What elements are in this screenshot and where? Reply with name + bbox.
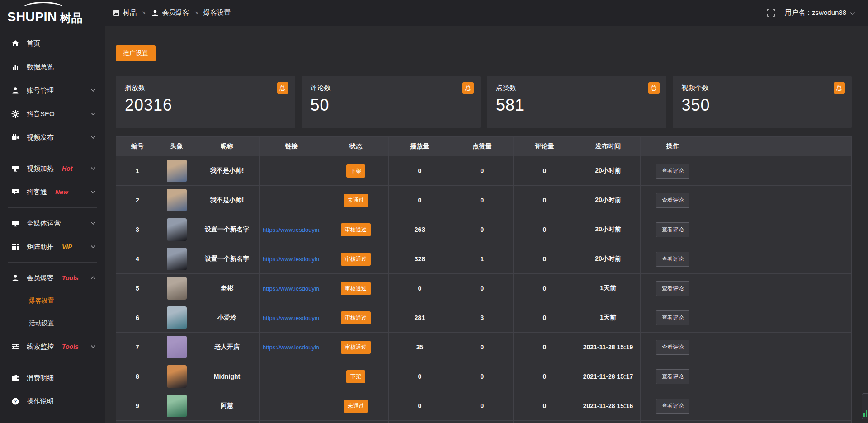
cell-publish-time: 2021-11-28 15:16 <box>576 391 641 420</box>
cell-likes: 0 <box>451 215 514 244</box>
cell-plays: 328 <box>389 244 451 273</box>
sidebar-item-label: 全媒体运营 <box>27 219 61 228</box>
chevron-down-icon <box>90 345 96 348</box>
breadcrumb-item-会员爆客[interactable]: 会员爆客 <box>151 9 189 17</box>
logo[interactable]: SHUPIN 树品 <box>0 0 105 26</box>
sidebar-item-会员爆客[interactable]: 会员爆客Tools <box>0 266 105 290</box>
sidebar-item-视频发布[interactable]: 视频发布 <box>0 126 105 149</box>
column-header-评论量: 评论量 <box>514 137 576 156</box>
sidebar-item-抖客通[interactable]: 抖客通New <box>0 180 105 204</box>
sidebar-item-label: 首页 <box>27 39 40 48</box>
sidebar-item-label: 会员爆客 <box>27 274 54 282</box>
stat-card-点赞数: 点赞数581总 <box>487 76 666 128</box>
cell-plays: 0 <box>389 186 451 215</box>
video-link[interactable]: https://www.iesdouyin.c <box>263 344 320 351</box>
cell-likes: 0 <box>451 362 514 391</box>
view-comments-button[interactable]: 查看评论 <box>656 340 689 355</box>
view-comments-button[interactable]: 查看评论 <box>656 222 689 237</box>
total-badge: 总 <box>648 82 660 94</box>
cell-id: 4 <box>116 244 159 273</box>
sidebar-item-全媒体运营[interactable]: 全媒体运营 <box>0 212 105 235</box>
sidebar-divider <box>8 207 97 208</box>
status-badge[interactable]: 审核通过 <box>341 311 371 324</box>
stat-value: 50 <box>311 96 472 115</box>
view-comments-button[interactable]: 查看评论 <box>656 252 689 267</box>
avatar <box>167 365 187 388</box>
sidebar-tag-Tools: Tools <box>62 274 79 282</box>
sidebar-tag-New: New <box>55 188 68 196</box>
table-row: 7老人开店https://www.iesdouyin.c审核通过35002021… <box>116 333 851 362</box>
sidebar-item-视频加热[interactable]: 视频加热Hot <box>0 157 105 180</box>
avatar <box>167 336 187 358</box>
sidebar-subitem-活动设置[interactable]: 活动设置 <box>0 312 105 335</box>
status-badge[interactable]: 审核通过 <box>341 223 371 236</box>
view-comments-button[interactable]: 查看评论 <box>656 399 689 414</box>
status-badge[interactable]: 未通过 <box>344 400 368 413</box>
sidebar-item-label: 数据总览 <box>27 63 54 71</box>
status-badge[interactable]: 审核通过 <box>341 282 371 295</box>
video-link[interactable]: https://www.iesdouyin.c <box>263 226 320 233</box>
column-header-发布时间: 发布时间 <box>576 137 641 156</box>
chevron-down-icon <box>90 167 96 170</box>
stat-value: 581 <box>496 96 657 115</box>
gear-icon <box>11 109 20 118</box>
nickname: 设置一个新名字 <box>205 255 249 263</box>
avatar <box>167 248 187 270</box>
breadcrumb-item-树品[interactable]: 树品 <box>113 9 137 17</box>
table-row: 8Midnight下架0002021-11-28 15:17查看评论 <box>116 362 851 391</box>
sidebar-item-首页[interactable]: 首页 <box>0 32 105 55</box>
cell-publish-time: 20小时前 <box>576 244 641 273</box>
avatar <box>167 277 187 300</box>
floating-widget[interactable] <box>862 393 868 419</box>
cell-plays: 0 <box>389 391 451 420</box>
view-comments-button[interactable]: 查看评论 <box>656 193 689 208</box>
sliders-icon <box>11 342 20 351</box>
sidebar-tag-Hot: Hot <box>62 165 72 172</box>
question-icon: ? <box>11 397 20 406</box>
topbar-right: 用户名：zswodun88 <box>767 9 855 17</box>
cell-id: 2 <box>116 186 159 215</box>
sidebar-item-线索监控[interactable]: 线索监控Tools <box>0 335 105 358</box>
topbar: 树品>会员爆客>爆客设置 用户名：zswodun88 <box>105 0 868 26</box>
chevron-down-icon <box>90 136 96 139</box>
sidebar-divider <box>8 362 97 362</box>
video-link[interactable]: https://www.iesdouyin.c <box>263 256 320 263</box>
video-link[interactable]: https://www.iesdouyin.c <box>263 315 320 321</box>
status-badge[interactable]: 未通过 <box>344 194 368 207</box>
nickname: 老彬 <box>221 284 233 292</box>
promo-settings-button[interactable]: 推广设置 <box>116 45 156 61</box>
chat-icon <box>11 188 20 197</box>
status-badge[interactable]: 审核通过 <box>341 253 371 266</box>
table-row: 1我不是小帅!下架00020小时前查看评论 <box>116 156 851 186</box>
user-dropdown[interactable]: 用户名：zswodun88 <box>785 9 855 17</box>
cell-likes: 0 <box>451 186 514 215</box>
status-badge[interactable]: 下架 <box>346 370 365 383</box>
column-header-点赞量: 点赞量 <box>451 137 514 156</box>
view-comments-button[interactable]: 查看评论 <box>656 310 689 325</box>
grid-icon <box>11 242 20 251</box>
sidebar-item-消费明细[interactable]: 消费明细 <box>0 366 105 390</box>
fullscreen-icon[interactable] <box>767 9 775 17</box>
sidebar-item-操作说明[interactable]: ?操作说明 <box>0 390 105 413</box>
stat-label: 播放数 <box>125 84 286 92</box>
view-comments-button[interactable]: 查看评论 <box>656 281 689 296</box>
stat-card-评论数: 评论数50总 <box>302 76 481 128</box>
status-badge[interactable]: 审核通过 <box>341 341 371 354</box>
sidebar-item-label: 账号管理 <box>27 86 54 95</box>
sidebar-item-数据总览[interactable]: 数据总览 <box>0 55 105 79</box>
video-link[interactable]: https://www.iesdouyin.c <box>263 285 320 292</box>
breadcrumb-label: 爆客设置 <box>203 9 231 17</box>
sidebar-item-抖音SEO[interactable]: 抖音SEO <box>0 102 105 126</box>
status-badge[interactable]: 下架 <box>346 164 365 178</box>
stat-value: 350 <box>682 96 843 115</box>
sidebar-item-账号管理[interactable]: 账号管理 <box>0 79 105 102</box>
view-comments-button[interactable]: 查看评论 <box>656 164 689 179</box>
view-comments-button[interactable]: 查看评论 <box>656 369 689 384</box>
sidebar-item-矩阵助推[interactable]: 矩阵助推VIP <box>0 235 105 258</box>
column-header-昵称: 昵称 <box>194 137 260 156</box>
sidebar-item-label: 视频发布 <box>27 133 54 142</box>
cell-likes: 0 <box>451 391 514 420</box>
avatar <box>167 218 187 241</box>
sidebar-subitem-爆客设置[interactable]: 爆客设置 <box>0 290 105 312</box>
chevron-down-icon <box>90 221 96 225</box>
